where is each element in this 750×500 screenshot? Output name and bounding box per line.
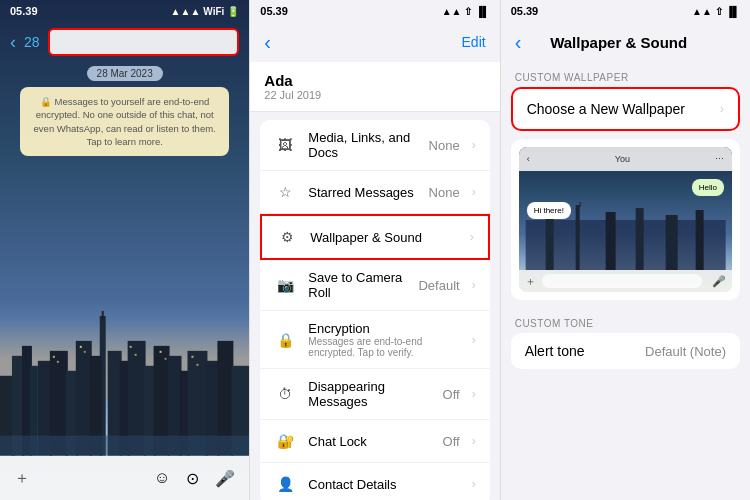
wallpaper-label: Wallpaper & Sound <box>310 230 457 245</box>
wallpaper-chevron: › <box>470 230 474 244</box>
custom-tone-label: CUSTOM TONE <box>511 308 740 333</box>
chatlock-chevron: › <box>472 434 476 448</box>
panel3-header: ‹ Wallpaper & Sound <box>501 22 750 62</box>
chat-header: ‹ 28 <box>0 22 249 62</box>
add-icon[interactable]: ＋ <box>14 468 30 489</box>
camera-value: Default <box>418 278 459 293</box>
battery-icon: 🔋 <box>227 6 239 17</box>
time-1: 05.39 <box>10 5 38 17</box>
media-icons: ☺ ⊙ 🎤 <box>154 469 235 488</box>
camera-roll-icon: 📷 <box>274 274 296 296</box>
contact-chevron: › <box>472 477 476 491</box>
wallpaper-option[interactable]: Choose a New Wallpaper › <box>511 87 740 131</box>
camera-icon[interactable]: ⊙ <box>186 469 199 488</box>
media-chevron: › <box>472 138 476 152</box>
svg-rect-39 <box>665 215 677 270</box>
preview-bubble-right: Hello <box>692 179 724 196</box>
menu-item-disappearing[interactable]: ⏱ Disappearing Messages Off › <box>260 369 489 420</box>
svg-rect-37 <box>605 212 615 270</box>
wallpaper-preview: ‹ You ⋯ Hello Hi there! ＋ 🎤 <box>519 147 732 292</box>
wallpaper-preview-container: ‹ You ⋯ Hello Hi there! ＋ 🎤 <box>511 139 740 300</box>
time-3: 05.39 <box>511 5 539 17</box>
svg-rect-36 <box>579 202 580 207</box>
menu-item-chatlock[interactable]: 🔐 Chat Lock Off › <box>260 420 489 463</box>
starred-label: Starred Messages <box>308 185 416 200</box>
chatlock-icon: 🔐 <box>274 430 296 452</box>
status-icons-1: ▲▲▲ WiFi 🔋 <box>171 6 240 17</box>
wallpaper-option-row: Choose a New Wallpaper › <box>513 89 738 129</box>
chatlock-value: Off <box>443 434 460 449</box>
contact-info: Ada 22 Jul 2019 <box>250 62 499 112</box>
choose-wallpaper-label: Choose a New Wallpaper <box>527 101 685 117</box>
menu-item-media[interactable]: 🖼 Media, Links, and Docs None › <box>260 120 489 171</box>
search-bar[interactable] <box>48 28 240 56</box>
wifi-3-icon: ⇧ <box>715 6 723 17</box>
time-2: 05.39 <box>260 5 288 17</box>
status-bar-1: 05.39 ▲▲▲ WiFi 🔋 <box>0 0 249 22</box>
mic-icon[interactable]: 🎤 <box>215 469 235 488</box>
timer-icon: ⏱ <box>274 383 296 405</box>
panel2-header: ‹ Edit <box>250 22 499 62</box>
menu-section-main: 🖼 Media, Links, and Docs None › ☆ Starre… <box>260 120 489 500</box>
back-button-2[interactable]: ‹ <box>264 31 271 54</box>
star-icon: ☆ <box>274 181 296 203</box>
alert-tone-value: Default (Note) <box>645 344 726 359</box>
encryption-chevron: › <box>472 333 476 347</box>
preview-msg1: Hello <box>699 183 717 192</box>
encryption-text-group: Encryption Messages are end-to-end encry… <box>308 321 459 358</box>
preview-bubble-left: Hi there! <box>527 202 571 219</box>
contact-name: Ada <box>264 72 485 89</box>
menu-item-contact[interactable]: 👤 Contact Details › <box>260 463 489 500</box>
status-bar-3: 05.39 ▲▲ ⇧ ▐▌ <box>501 0 750 22</box>
preview-you-label: You <box>615 154 630 164</box>
panel3-title: Wallpaper & Sound <box>521 34 716 51</box>
svg-rect-38 <box>635 208 643 270</box>
disappearing-value: Off <box>443 387 460 402</box>
panel-menu: 05.39 ▲▲ ⇧ ▐▌ ‹ Edit Ada 22 Jul 2019 🖼 M… <box>250 0 500 500</box>
alert-tone-label: Alert tone <box>525 343 585 359</box>
status-icons-2: ▲▲ ⇧ ▐▌ <box>442 6 490 17</box>
signal-3-icon: ▲▲ <box>692 6 712 17</box>
lock-icon: 🔒 <box>274 329 296 351</box>
preview-bottom-bar: ＋ 🎤 <box>519 270 732 292</box>
battery-2-icon: ▐▌ <box>475 6 489 17</box>
media-value: None <box>429 138 460 153</box>
back-button-3[interactable]: ‹ <box>515 31 522 54</box>
chatlock-label: Chat Lock <box>308 434 430 449</box>
date-label: 28 Mar 2023 <box>87 66 163 81</box>
camera-chevron: › <box>472 278 476 292</box>
preview-mic-icon: 🎤 <box>712 275 726 288</box>
starred-value: None <box>429 185 460 200</box>
starred-chevron: › <box>472 185 476 199</box>
menu-item-starred[interactable]: ☆ Starred Messages None › <box>260 171 489 214</box>
contact-date: 22 Jul 2019 <box>264 89 485 101</box>
panel-chat: 05.39 ▲▲▲ WiFi 🔋 ‹ 28 28 Mar 2023 🔒 Mess… <box>0 0 250 500</box>
edit-button[interactable]: Edit <box>462 34 486 50</box>
svg-rect-35 <box>575 205 579 270</box>
media-icon: 🖼 <box>274 134 296 156</box>
panel2-content: 🖼 Media, Links, and Docs None › ☆ Starre… <box>250 112 499 500</box>
bottom-icons: ＋ <box>14 468 30 489</box>
wallpaper-icon: ⚙ <box>276 226 298 248</box>
chat-count-badge: 28 <box>24 34 40 50</box>
tone-row[interactable]: Alert tone Default (Note) <box>511 333 740 369</box>
battery-3-icon: ▐▌ <box>726 6 740 17</box>
menu-item-wallpaper[interactable]: ⚙ Wallpaper & Sound › <box>260 214 489 260</box>
menu-item-encryption[interactable]: 🔒 Encryption Messages are end-to-end enc… <box>260 311 489 369</box>
chat-input-bar: ＋ ☺ ⊙ 🎤 <box>0 456 249 500</box>
status-bar-2: 05.39 ▲▲ ⇧ ▐▌ <box>250 0 499 22</box>
contact-icon: 👤 <box>274 473 296 495</box>
preview-input-bar <box>542 274 702 288</box>
preview-toolbar: ‹ You ⋯ <box>519 147 732 171</box>
emoji-icon[interactable]: ☺ <box>154 469 170 488</box>
panel3-content: CUSTOM WALLPAPER Choose a New Wallpaper … <box>501 62 750 500</box>
encryption-notice[interactable]: 🔒 Messages to yourself are end-to-end en… <box>20 87 229 156</box>
media-label: Media, Links, and Docs <box>308 130 416 160</box>
menu-item-camera[interactable]: 📷 Save to Camera Roll Default › <box>260 260 489 311</box>
signal-icon: ▲▲▲ <box>171 6 201 17</box>
date-bubble: 28 Mar 2023 <box>0 66 249 81</box>
disappearing-label: Disappearing Messages <box>308 379 430 409</box>
wifi-icon: WiFi <box>203 6 224 17</box>
camera-label: Save to Camera Roll <box>308 270 406 300</box>
back-button-1[interactable]: ‹ <box>10 32 16 53</box>
